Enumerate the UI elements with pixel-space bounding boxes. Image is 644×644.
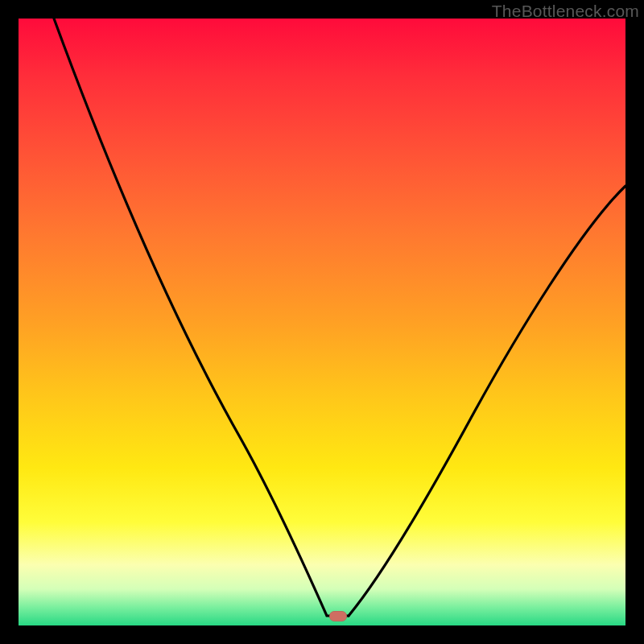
bottleneck-curve [19,19,625,625]
chart-frame: TheBottleneck.com [0,0,644,644]
plot-area [19,19,625,625]
optimal-marker [329,611,347,621]
watermark-text: TheBottleneck.com [492,2,639,21]
